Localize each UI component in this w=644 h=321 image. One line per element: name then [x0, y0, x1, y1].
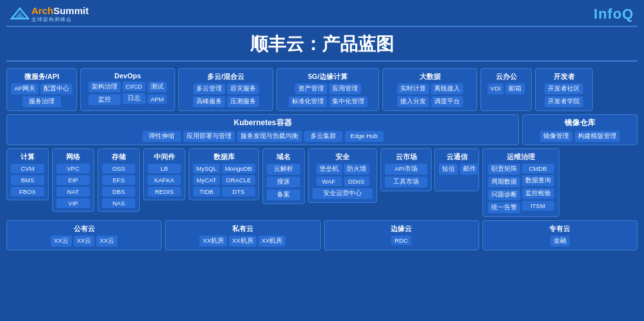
- tag-dbs: DBS: [102, 187, 135, 196]
- k8s-title: Kubernetes容器: [12, 117, 513, 128]
- tag-unialert: 统一告警: [488, 202, 520, 213]
- tag-dutymtx: 职责矩阵: [488, 164, 520, 175]
- tag-cmdb: CMDB: [522, 164, 554, 173]
- tag-multicloudmgmt: 多云管理: [193, 83, 225, 94]
- tag-presstest: 压测服务: [227, 96, 259, 107]
- tag-priv1: XX机房: [199, 236, 227, 247]
- cat-yuncomm: 云通信 短信 邮件: [434, 148, 479, 191]
- devops-col2: CI/CD 日志: [123, 82, 146, 105]
- cat-ops-title: 运维治理: [487, 152, 555, 162]
- cat-yunoffice: 云办公 VDI 邮箱: [480, 68, 532, 111]
- tag-realtime: 实时计算: [397, 83, 429, 94]
- cat-yunmarket-title: 云市场: [385, 152, 427, 162]
- row-4: 公有云 XX云 XX云 XX云 私有云 XX机房 XX机房 XX机房 边缘云 R…: [6, 220, 638, 250]
- cat-5g: 5G/边缘计算 资产管理 应用管理 标准化管理 集中化管理: [276, 68, 379, 111]
- cat-privatecloud-title: 私有云: [169, 224, 316, 234]
- main-content: 微服务/API AP网关 配置中心 服务治理 DevOps 架构治理 监控 CI…: [0, 65, 644, 253]
- cat-security: 安全 堡垒机 WAF 防火墙 DDoS 安全运营中心: [308, 148, 377, 203]
- tag-assetmgmt: 资产管理: [295, 83, 327, 94]
- db-col1: MySQL MyCAT TIDB: [193, 164, 220, 196]
- tag-mysql: MySQL: [193, 164, 220, 173]
- cat-storage: 存储 OSS EFS DBS NAS: [97, 148, 140, 212]
- cat-multicloud-title: 多云/混合云: [183, 72, 269, 82]
- cat-database: 数据库 MySQL MyCAT TIDB MongoDB ORACLE DTS: [189, 148, 259, 200]
- tag-appmgmt: 应用管理: [329, 83, 361, 94]
- tag-config: 配置中心: [40, 83, 72, 94]
- tag-ingestdist: 接入分发: [397, 96, 429, 107]
- tag-dataq: 数据查询: [522, 175, 554, 186]
- tag-email: 邮箱: [505, 83, 525, 94]
- developer-items: 开发者社区 开发者学院: [539, 83, 588, 107]
- tag-kafka: KAFKA: [148, 175, 181, 185]
- yunoffice-items: VDI 邮箱: [485, 83, 527, 94]
- cat-security-title: 安全: [312, 152, 373, 162]
- devops-grid: 架构治理 监控 CI/CD 日志 测试 APM: [85, 82, 171, 105]
- cat-developer-title: 开发者: [539, 72, 588, 82]
- arch-subtitle: 全球架构师峰会: [31, 16, 89, 23]
- tag-toolmarket: 工具市场: [385, 177, 427, 187]
- cat-privatecloud: 私有云 XX机房 XX机房 XX机房: [165, 220, 320, 250]
- tag-offlineingest: 离线接入: [431, 83, 463, 94]
- tag-schedule: 调度平台: [431, 96, 463, 107]
- cat-publiccloud: 公有云 XX云 XX云 XX云: [6, 220, 162, 250]
- mirror-section: 镜像仓库 镜像管理 构建模版管理: [522, 114, 638, 145]
- tag-log: 日志: [123, 93, 146, 104]
- tag-firewall: 防火墙: [344, 164, 369, 175]
- k8s-items: 弹性伸缩 应用部署与管理 服务发现与负载均衡 多云集群 Edge Hub: [12, 131, 513, 142]
- tag-finance: 金融: [550, 236, 570, 247]
- mirror-title: 镜像仓库: [528, 117, 632, 128]
- tag-nas: NAS: [102, 198, 135, 208]
- tag-monitor: 监控: [89, 94, 121, 105]
- cat-database-title: 数据库: [193, 152, 255, 162]
- tag-pub2: XX云: [74, 236, 95, 247]
- multicloud-items: 多云管理 容灾服务 高峰服务 压测服务: [183, 83, 269, 107]
- tag-disasterrecovery: 容灾服务: [227, 83, 259, 94]
- specialcloud-items: 金融: [487, 236, 633, 247]
- header-divider: [6, 26, 638, 27]
- cat-bigdata: 大数据 实时计算 离线接入 接入分发 调度平台: [382, 68, 477, 111]
- privatecloud-items: XX机房 XX机房 XX机房: [169, 236, 316, 247]
- ops-col1: 职责矩阵 周期数据 问题诊断 统一告警: [488, 164, 520, 213]
- tag-apimarket: API市场: [385, 164, 427, 175]
- tag-eip: EIP: [56, 175, 90, 185]
- devops-col3: 测试 APM: [148, 82, 167, 105]
- tag-tidb: TIDB: [193, 187, 220, 196]
- tag-centmgmt: 集中化管理: [329, 96, 368, 107]
- cat-microservice-title: 微服务/API: [11, 72, 72, 82]
- tag-stdmgmt: 标准化管理: [289, 96, 327, 107]
- tag-cicd: CI/CD: [123, 82, 146, 91]
- tag-efs: EFS: [102, 175, 135, 185]
- tag-priv3: XX机房: [258, 236, 286, 247]
- tag-servicedisc: 服务发现与负载均衡: [237, 131, 301, 142]
- tag-cycle: 周期数据: [488, 177, 520, 187]
- cat-domain: 域名 云解析 搜派 备案: [262, 148, 305, 204]
- tag-nat: NAT: [56, 187, 90, 196]
- tag-secops: 安全运营中心: [312, 188, 373, 199]
- tag-apgw: AP网关: [11, 83, 38, 94]
- tag-pub3: XX云: [96, 236, 117, 247]
- devops-col1: 架构治理 监控: [89, 82, 121, 105]
- cat-edgecloud-title: 边缘云: [328, 224, 475, 234]
- cat-middleware: 中间件 LB KAFKA REDIS: [143, 148, 185, 200]
- tag-priv2: XX机房: [229, 236, 257, 247]
- cat-ops: 运维治理 职责矩阵 周期数据 问题诊断 统一告警 CMDB 数据查询 监控检验 …: [482, 148, 559, 217]
- tag-issdiag: 问题诊断: [488, 189, 520, 200]
- tag-edgehub: Edge Hub: [345, 131, 384, 142]
- tag-svcmgmt: 服务治理: [22, 96, 61, 107]
- tag-appdeploy: 应用部署与管理: [183, 131, 235, 142]
- tag-dispatch: 搜派: [267, 177, 300, 187]
- cat-yunmarket: 云市场 API市场 工具市场: [380, 148, 432, 191]
- tag-cvm: CVM: [11, 164, 44, 173]
- publiccloud-items: XX云 XX云 XX云: [11, 236, 157, 247]
- ops-grid: 职责矩阵 周期数据 问题诊断 统一告警 CMDB 数据查询 监控检验 ITSM: [487, 164, 555, 213]
- db-col2: MongoDB ORACLE DTS: [222, 164, 255, 196]
- tag-bastion: 堡垒机: [316, 164, 342, 175]
- edgecloud-items: RDC: [328, 236, 475, 245]
- tag-vip: VIP: [56, 198, 90, 208]
- tag-fbox: FBOX: [11, 187, 44, 196]
- tag-apm: APM: [148, 94, 167, 104]
- cat-devops: DevOps 架构治理 监控 CI/CD 日志 测试 APM: [80, 68, 175, 111]
- tag-devacademy: 开发者学院: [545, 96, 583, 107]
- tag-rdc: RDC: [391, 236, 411, 245]
- sec-col1: 堡垒机 WAF: [316, 164, 342, 186]
